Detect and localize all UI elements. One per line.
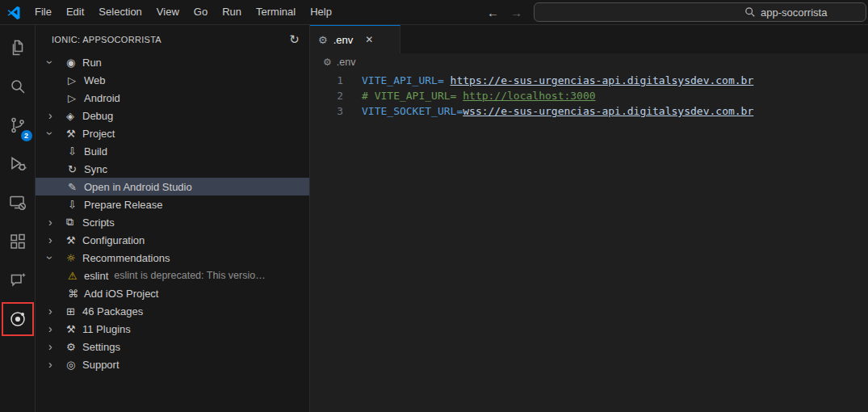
tree-item-add-ios-project[interactable]: ⌘ Add iOS Project xyxy=(36,284,309,302)
breadcrumb[interactable]: ⚙ .env xyxy=(310,53,868,71)
tree-item-label: Settings xyxy=(82,341,120,353)
tree-item-packages[interactable]: ⊞ 46 Packages xyxy=(36,302,309,320)
tree-item-build[interactable]: ⇩ Build xyxy=(36,142,309,160)
search-icon xyxy=(744,6,756,18)
lightbulb-icon: ☼ xyxy=(66,252,82,264)
chevron-down-icon xyxy=(48,127,66,140)
package-icon: ⇩ xyxy=(68,145,84,158)
ionic-icon: ◎ xyxy=(66,359,82,371)
tree-item-open-in-android-studio[interactable]: ✎ Open in Android Studio xyxy=(36,178,309,195)
tree-item-settings[interactable]: ⚙ Settings xyxy=(36,338,309,355)
menu-edit[interactable]: Edit xyxy=(59,3,91,21)
activity-item-chat[interactable] xyxy=(0,261,36,300)
code-line: 2 # VITE_API_URL= http://localhost:3000 xyxy=(310,88,868,103)
env-value-link[interactable]: wss://e-sus-urgencias-api.digitalsysdev.… xyxy=(463,105,753,117)
ionic-tree: ◉ Run ▷ Web ▷ Android ◈ Debug xyxy=(36,53,309,412)
tab-label: .env xyxy=(333,34,354,46)
comment-text: # VITE_API_URL= xyxy=(362,90,463,102)
tree-item-project[interactable]: ⚒ Project xyxy=(36,124,309,142)
tree-item-label: Sync xyxy=(84,163,107,175)
sidebar-title: IONIC: APPSOCORRISTA xyxy=(52,35,161,44)
chevron-right-icon xyxy=(48,109,66,122)
tree-item-label: Run xyxy=(82,57,102,69)
comment-link[interactable]: http://localhost:3000 xyxy=(463,90,595,102)
activity-item-run-and-debug[interactable] xyxy=(0,145,36,183)
plugins-icon: ⚒ xyxy=(66,323,82,335)
ionic-sidebar-panel: IONIC: APPSOCORRISTA ↻ ◉ Run ▷ Web ▷ An xyxy=(36,25,310,412)
activity-item-remote-window[interactable] xyxy=(0,183,36,222)
tree-item-sync[interactable]: ↻ Sync xyxy=(36,160,309,178)
refresh-icon[interactable]: ↻ xyxy=(289,32,300,47)
tab-bar: ⚙ .env ✕ xyxy=(310,25,868,53)
close-icon[interactable]: ✕ xyxy=(365,34,373,45)
tree-item-support[interactable]: ◎ Support xyxy=(36,355,309,373)
line-number: 3 xyxy=(310,103,357,119)
forward-arrow-icon[interactable]: → xyxy=(510,6,522,19)
tree-item-label: Debug xyxy=(82,110,113,122)
tree-item-recommendations[interactable]: ☼ Recommendations xyxy=(36,249,309,267)
sync-icon: ↻ xyxy=(68,163,84,175)
tools-icon: ⚒ xyxy=(66,128,82,140)
menu-bar: File Edit Selection View Go Run Terminal… xyxy=(27,3,339,21)
env-key: VITE_SOCKET_URL= xyxy=(362,105,463,117)
chevron-down-icon xyxy=(48,56,66,69)
menu-help[interactable]: Help xyxy=(303,3,339,21)
activity-item-ionic[interactable] xyxy=(0,300,36,338)
activity-item-source-control[interactable]: 2 xyxy=(0,106,36,145)
activity-item-search[interactable] xyxy=(0,67,36,106)
gear-icon: ⚙ xyxy=(66,341,82,353)
activity-item-explorer[interactable] xyxy=(0,28,36,67)
line-number: 1 xyxy=(310,73,357,88)
menu-file[interactable]: File xyxy=(27,3,59,21)
chevron-right-icon xyxy=(48,233,66,246)
code-line: 1 VITE_API_URL= https://e-sus-urgencias-… xyxy=(310,73,868,88)
chevron-right-icon xyxy=(48,305,66,317)
menu-view[interactable]: View xyxy=(149,3,187,21)
tree-item-label: 11 Plugins xyxy=(82,323,131,335)
menu-selection[interactable]: Selection xyxy=(91,3,149,21)
tree-item-debug[interactable]: ◈ Debug xyxy=(36,107,309,124)
history-nav: ← → xyxy=(476,6,534,19)
tree-item-label: Recommendations xyxy=(82,252,170,264)
warning-icon: ⚠ xyxy=(68,270,84,282)
package-icon: ⇩ xyxy=(68,199,84,211)
tab-env[interactable]: ⚙ .env ✕ xyxy=(310,25,400,53)
env-value-link[interactable]: https://e-sus-urgencias-api.digitalsysde… xyxy=(451,74,754,86)
tree-item-scripts[interactable]: ⧉ Scripts xyxy=(36,213,309,231)
code-area[interactable]: 1 VITE_API_URL= https://e-sus-urgencias-… xyxy=(310,71,868,412)
chevron-right-icon xyxy=(48,340,66,353)
menu-terminal[interactable]: Terminal xyxy=(249,3,303,21)
search-icon xyxy=(8,77,27,96)
gear-file-icon: ⚙ xyxy=(323,57,332,68)
tree-item-web[interactable]: ▷ Web xyxy=(36,71,309,89)
chevron-right-icon xyxy=(48,358,66,371)
breadcrumb-label: .env xyxy=(337,57,356,68)
env-key: VITE_API_URL= xyxy=(362,74,451,86)
tree-item-label: Prepare Release xyxy=(84,199,163,211)
tree-item-eslint[interactable]: ⚠ eslint eslint is deprecated: This vers… xyxy=(36,267,309,284)
tree-item-android[interactable]: ▷ Android xyxy=(36,89,309,107)
tree-item-prepare-release[interactable]: ⇩ Prepare Release xyxy=(36,195,309,213)
tree-item-label: eslint xyxy=(84,270,108,282)
chevron-down-icon xyxy=(48,251,66,264)
menu-run[interactable]: Run xyxy=(215,3,249,21)
tree-item-label: Add iOS Project xyxy=(84,288,159,300)
run-circle-icon: ◉ xyxy=(66,57,82,69)
tree-item-run[interactable]: ◉ Run xyxy=(36,53,309,71)
tree-item-label: Android xyxy=(84,92,120,104)
chat-sparkle-icon xyxy=(8,271,27,290)
titlebar-search[interactable]: app-socorrista xyxy=(534,2,866,22)
menu-go[interactable]: Go xyxy=(187,3,215,21)
tree-item-plugins[interactable]: ⚒ 11 Plugins xyxy=(36,320,309,338)
tree-item-label: Build xyxy=(84,145,107,158)
packages-icon: ⊞ xyxy=(66,305,82,317)
tree-item-label: Open in Android Studio xyxy=(84,181,192,193)
back-arrow-icon[interactable]: ← xyxy=(487,6,499,19)
vscode-logo-icon xyxy=(0,5,27,19)
source-control-badge: 2 xyxy=(21,130,32,141)
tools-icon: ⚒ xyxy=(66,234,82,246)
tree-item-configuration[interactable]: ⚒ Configuration xyxy=(36,231,309,249)
activity-item-extensions[interactable] xyxy=(0,222,36,261)
editor-area: ⚙ .env ✕ ⚙ .env 1 VITE_API_URL= https://… xyxy=(310,25,868,412)
play-icon: ▷ xyxy=(68,74,84,86)
